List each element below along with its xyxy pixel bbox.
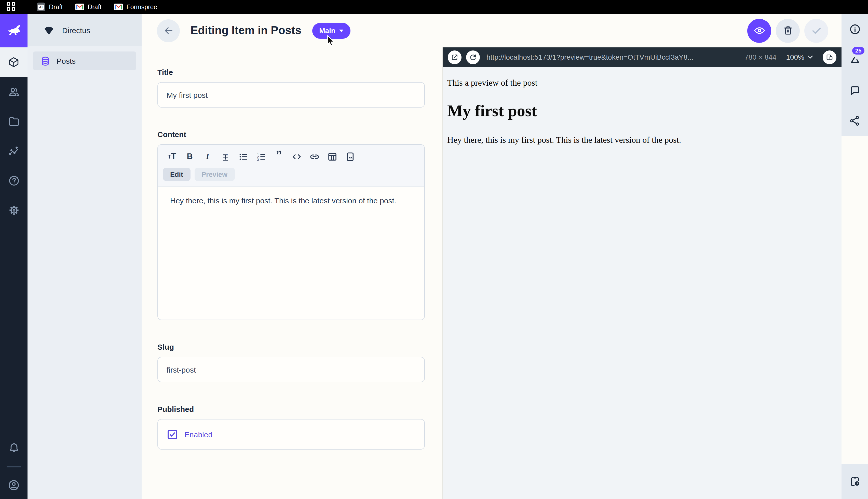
field-slug: Slug [158, 342, 425, 382]
delete-button[interactable] [776, 19, 800, 42]
table-button[interactable] [324, 149, 341, 163]
published-toggle[interactable]: Enabled [158, 419, 425, 450]
image-button[interactable] [341, 149, 359, 163]
project-icon [43, 25, 54, 35]
main-area: Editing Item in Posts Main [142, 14, 842, 499]
revisions-button[interactable]: 25 [842, 44, 868, 75]
activity-footer[interactable] [842, 464, 868, 499]
link-button[interactable] [306, 149, 324, 163]
info-icon [849, 23, 860, 35]
browser-tab-strip: 31 Draft Draft Formspree [0, 0, 868, 14]
bullet-list-icon [238, 151, 249, 162]
zoom-value: 100% [786, 53, 804, 61]
refresh-icon [469, 53, 477, 61]
directus-logo[interactable] [0, 14, 27, 47]
apps-grid-icon[interactable] [7, 2, 16, 12]
blockquote-button[interactable]: ” [270, 149, 288, 163]
revisions-count-badge: 25 [852, 47, 865, 54]
shares-button[interactable] [842, 106, 868, 136]
clipboard-clock-icon [849, 476, 860, 487]
save-button[interactable] [804, 19, 828, 42]
comment-icon [849, 84, 860, 96]
field-label-slug: Slug [158, 342, 425, 351]
browser-tab-draft-1[interactable]: 31 Draft [37, 2, 63, 11]
module-users[interactable] [0, 77, 27, 107]
module-settings[interactable] [0, 195, 27, 225]
editor-tabs: Edit Preview [158, 163, 424, 186]
title-input[interactable] [158, 82, 425, 108]
checkbox-checked-icon[interactable] [167, 429, 177, 439]
folder-icon [8, 115, 20, 127]
database-icon [40, 56, 50, 66]
comments-button[interactable] [842, 75, 868, 106]
content-textarea[interactable]: Hey there, this is my first post. This i… [158, 186, 424, 319]
zoom-select[interactable]: 100% [786, 53, 813, 61]
revisions-icon [849, 54, 860, 65]
preview-url-bar: http://localhost:5173/1?preview=true&tok… [443, 47, 842, 67]
numbered-list-icon: 123 [256, 151, 266, 162]
help-icon [8, 174, 20, 186]
user-menu-button[interactable] [0, 472, 27, 499]
calendar-icon: 31 [37, 2, 45, 11]
tab-edit[interactable]: Edit [163, 168, 190, 181]
bold-button[interactable]: B [181, 149, 199, 163]
notifications-button[interactable] [0, 433, 27, 462]
screen: 31 Draft Draft Formspree [0, 0, 868, 499]
table-icon [327, 151, 338, 162]
image-icon [345, 151, 355, 162]
insights-icon [8, 145, 20, 157]
bullet-list-button[interactable] [234, 149, 252, 163]
module-content[interactable] [0, 47, 27, 77]
code-button[interactable] [288, 149, 306, 163]
responsive-size-button[interactable] [823, 50, 836, 64]
field-content: Content TT B I T 123 [158, 130, 425, 320]
heading-button[interactable]: TT [163, 149, 181, 163]
svg-text:3: 3 [257, 158, 259, 161]
preview-body-text: Hey there, this is my first post. This i… [447, 135, 837, 145]
field-title: Title [158, 68, 425, 108]
strikethrough-button[interactable]: T [216, 149, 234, 163]
chevron-down-icon [807, 55, 813, 59]
module-insights[interactable] [0, 136, 27, 166]
field-label-published: Published [158, 405, 425, 413]
users-icon [8, 86, 20, 98]
preview-intro-text: This a preview of the post [447, 78, 837, 88]
eye-icon [753, 24, 765, 37]
preview-url[interactable]: http://localhost:5173/1?preview=true&tok… [487, 53, 736, 61]
trash-icon [782, 25, 793, 36]
italic-button[interactable]: I [199, 149, 216, 163]
published-value: Enabled [185, 430, 212, 439]
field-published: Published Enabled [158, 405, 425, 450]
tab-preview[interactable]: Preview [194, 168, 235, 181]
info-button[interactable] [842, 14, 868, 44]
rabbit-icon [5, 24, 22, 37]
header-actions [747, 19, 828, 42]
open-in-new-icon [451, 53, 458, 61]
browser-tab-formspree[interactable]: Formspree [114, 3, 157, 10]
code-icon [291, 151, 302, 162]
preview-iframe[interactable]: This a preview of the post My first post… [443, 67, 842, 499]
tab-label: Formspree [126, 3, 157, 10]
check-icon [810, 24, 822, 37]
module-bar-divider [7, 466, 21, 467]
sidebar-item-posts[interactable]: Posts [33, 51, 136, 70]
share-icon [849, 115, 860, 126]
open-in-new-window-button[interactable] [448, 50, 462, 64]
gmail-icon [75, 3, 84, 10]
browser-tab-draft-2[interactable]: Draft [75, 3, 101, 10]
module-files[interactable] [0, 107, 27, 136]
numbered-list-button[interactable]: 123 [252, 149, 270, 163]
project-header[interactable]: Directus [27, 14, 142, 46]
item-form: Title Content TT B I T [142, 47, 442, 499]
module-help[interactable] [0, 166, 27, 195]
project-name: Directus [62, 26, 90, 34]
slug-input[interactable] [158, 357, 425, 382]
preview-heading: My first post [447, 101, 837, 120]
right-sidebar: 25 [842, 14, 868, 499]
live-preview-button[interactable] [747, 19, 771, 42]
back-button[interactable] [157, 19, 180, 42]
gmail-icon [114, 3, 123, 10]
cube-icon [8, 57, 20, 68]
refresh-button[interactable] [466, 50, 480, 64]
tab-label: Draft [88, 3, 101, 10]
